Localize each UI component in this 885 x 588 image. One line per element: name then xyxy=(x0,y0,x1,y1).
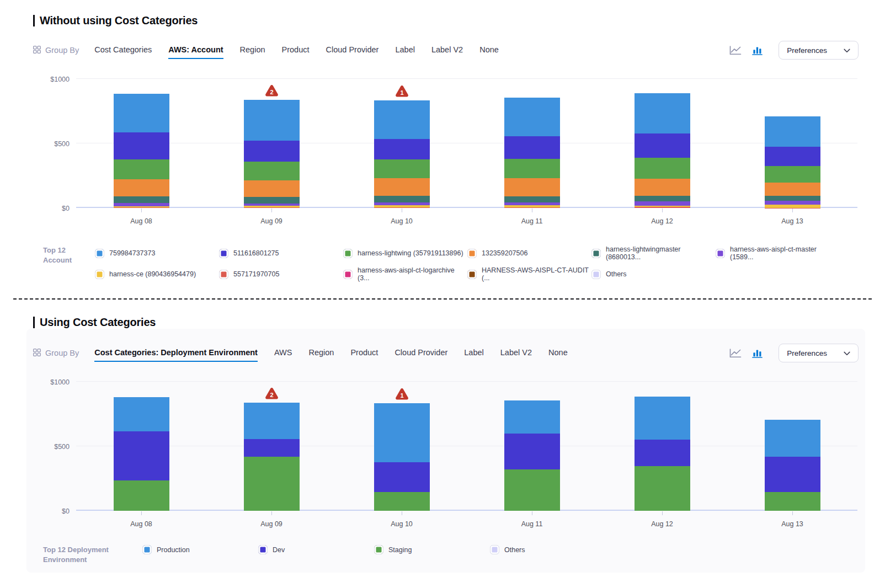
group-by-tab[interactable]: AWS xyxy=(274,345,292,362)
bar-segment[interactable] xyxy=(374,178,430,196)
bar-segment[interactable] xyxy=(114,397,169,431)
stacked-bar[interactable] xyxy=(635,397,690,511)
bar-segment[interactable] xyxy=(504,178,560,196)
bar-segment[interactable] xyxy=(504,136,560,159)
bar-segment[interactable] xyxy=(114,159,169,179)
legend-item[interactable]: harness-aws-aispl-ct-logarchive (3... xyxy=(343,266,467,282)
bar-segment[interactable] xyxy=(765,457,820,491)
bar-segment[interactable] xyxy=(635,397,690,440)
anomaly-badge[interactable]: 2 xyxy=(265,387,279,400)
bar-segment[interactable] xyxy=(635,133,690,158)
stacked-bar[interactable] xyxy=(114,94,169,208)
bar-segment[interactable] xyxy=(504,196,560,202)
legend-item[interactable]: harness-lightwing (357919113896) xyxy=(343,245,467,261)
bar-segment[interactable] xyxy=(635,201,690,206)
group-by-tab[interactable]: Cost Categories xyxy=(94,42,152,59)
group-by-tab[interactable]: None xyxy=(479,42,499,59)
legend-item[interactable]: HARNESS-AWS-AISPL-CT-AUDIT (... xyxy=(467,266,591,282)
legend-item[interactable]: Others xyxy=(490,545,606,554)
stacked-bar[interactable] xyxy=(374,100,430,208)
group-by-tab[interactable]: Label xyxy=(395,42,414,59)
bar-segment[interactable] xyxy=(765,420,820,457)
bar-segment[interactable] xyxy=(765,183,820,196)
bar-segment[interactable] xyxy=(504,434,560,470)
bar-segment[interactable] xyxy=(635,158,690,179)
bar-segment[interactable] xyxy=(635,207,690,208)
stacked-bar[interactable] xyxy=(765,116,820,208)
bar-segment[interactable] xyxy=(244,100,300,141)
bar-segment[interactable] xyxy=(504,159,560,178)
bar-chart-icon[interactable] xyxy=(751,45,764,56)
line-chart-icon[interactable] xyxy=(728,45,743,56)
bar-segment[interactable] xyxy=(635,179,690,196)
stacked-bar[interactable] xyxy=(504,400,560,511)
line-chart-icon[interactable] xyxy=(728,348,743,359)
legend-item[interactable]: 759984737373 xyxy=(95,245,219,261)
bar-segment[interactable] xyxy=(114,431,169,480)
bar-segment[interactable] xyxy=(765,196,820,201)
legend-item[interactable]: harness-ce (890436954479) xyxy=(95,266,219,282)
group-by-tab[interactable]: Label xyxy=(464,345,483,362)
bar-segment[interactable] xyxy=(765,166,820,183)
legend-item[interactable]: 557171970705 xyxy=(219,266,343,282)
bar-segment[interactable] xyxy=(504,207,560,208)
bar-chart-icon[interactable] xyxy=(751,348,764,359)
bar-segment[interactable] xyxy=(635,196,690,201)
anomaly-badge[interactable]: 2 xyxy=(265,84,279,97)
anomaly-badge[interactable]: 1 xyxy=(395,85,409,98)
bar-segment[interactable] xyxy=(114,94,169,132)
preferences-button[interactable]: Preferences xyxy=(779,344,859,362)
group-by-tab[interactable]: Region xyxy=(308,345,334,362)
stacked-bar[interactable] xyxy=(114,397,169,511)
bar-segment[interactable] xyxy=(114,207,169,208)
bar-segment[interactable] xyxy=(114,196,169,203)
legend-item[interactable]: 511616801275 xyxy=(219,245,343,261)
group-by-tab[interactable]: Cloud Provider xyxy=(326,42,379,59)
bar-segment[interactable] xyxy=(374,462,430,491)
legend-item[interactable]: harness-aws-aispl-ct-master (1589... xyxy=(716,245,840,261)
group-by-tab[interactable]: Cost Categories: Deployment Environment xyxy=(94,345,258,362)
bar-segment[interactable] xyxy=(765,201,820,205)
bar-segment[interactable] xyxy=(244,197,300,204)
bar-segment[interactable] xyxy=(504,400,560,433)
bar-segment[interactable] xyxy=(635,93,690,133)
bar-segment[interactable] xyxy=(114,179,169,196)
group-by-tab[interactable]: Region xyxy=(240,42,265,59)
stacked-bar[interactable] xyxy=(765,420,820,511)
bar-segment[interactable] xyxy=(374,403,430,462)
group-by-tab[interactable]: Label V2 xyxy=(500,345,532,362)
bar-segment[interactable] xyxy=(244,439,300,457)
legend-item[interactable]: Others xyxy=(591,266,716,282)
bar-segment[interactable] xyxy=(374,100,430,139)
bar-segment[interactable] xyxy=(244,207,300,208)
legend-item[interactable]: Staging xyxy=(374,545,490,554)
bar-segment[interactable] xyxy=(374,207,430,208)
bar-segment[interactable] xyxy=(374,139,430,159)
bar-segment[interactable] xyxy=(114,480,169,511)
bar-segment[interactable] xyxy=(765,116,820,147)
bar-segment[interactable] xyxy=(374,492,430,511)
stacked-bar[interactable] xyxy=(244,100,300,208)
legend-item[interactable]: 132359207506 xyxy=(467,245,591,261)
group-by-tab[interactable]: Product xyxy=(350,345,378,362)
bar-segment[interactable] xyxy=(374,196,430,202)
bar-segment[interactable] xyxy=(635,466,690,511)
anomaly-badge[interactable]: 1 xyxy=(395,388,409,400)
bar-segment[interactable] xyxy=(504,469,560,511)
stacked-bar[interactable] xyxy=(374,403,430,511)
stacked-bar[interactable] xyxy=(635,93,690,208)
bar-segment[interactable] xyxy=(765,492,820,511)
preferences-button[interactable]: Preferences xyxy=(779,41,859,60)
group-by-tab[interactable]: Label V2 xyxy=(431,42,463,59)
group-by-tab[interactable]: None xyxy=(548,345,568,362)
bar-segment[interactable] xyxy=(244,141,300,162)
legend-item[interactable]: harness-lightwingmaster (8680013... xyxy=(591,245,716,261)
bar-segment[interactable] xyxy=(244,457,300,511)
legend-item[interactable]: Production xyxy=(142,545,258,554)
bar-segment[interactable] xyxy=(635,440,690,466)
group-by-tab[interactable]: AWS: Account xyxy=(168,42,223,59)
stacked-bar[interactable] xyxy=(504,98,560,208)
bar-segment[interactable] xyxy=(374,159,430,178)
bar-segment[interactable] xyxy=(244,403,300,439)
bar-segment[interactable] xyxy=(114,132,169,159)
